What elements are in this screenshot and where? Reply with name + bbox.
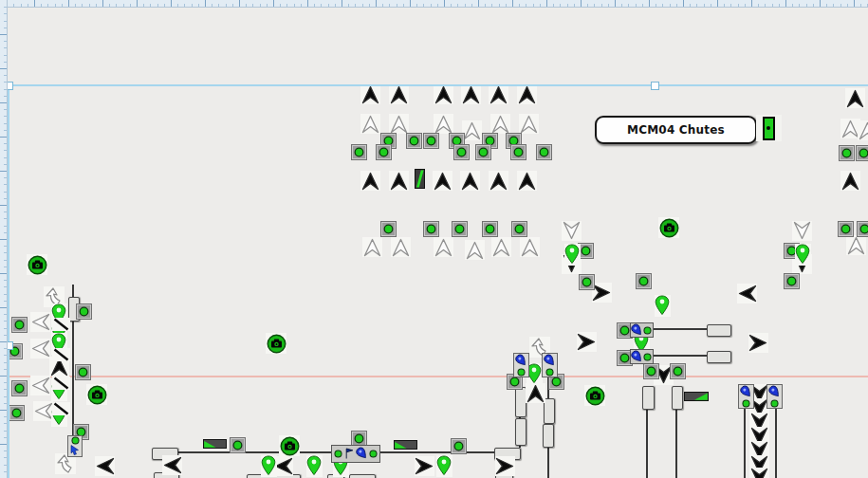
selection-handle[interactable] (651, 82, 659, 90)
chevron-up-white-icon[interactable] (519, 114, 539, 134)
conveyor-segment[interactable] (707, 351, 731, 363)
chevron-up-white-icon[interactable] (391, 237, 411, 257)
conveyor-segment[interactable] (544, 398, 555, 424)
conveyor-segment[interactable] (642, 386, 655, 410)
conveyor-segment[interactable] (707, 324, 731, 337)
chevron-right-black-icon[interactable] (415, 456, 434, 476)
chevron-up-white-icon[interactable] (434, 237, 453, 257)
chevron-right-black-icon[interactable] (748, 333, 768, 353)
pin-panel-v-icon[interactable] (738, 384, 754, 409)
door-indicator[interactable] (756, 115, 782, 141)
conveyor-segment[interactable] (543, 424, 554, 448)
conveyor-segment[interactable] (349, 474, 376, 478)
green-indicator-icon[interactable] (9, 405, 25, 421)
selection-guide-horizontal[interactable] (9, 84, 868, 86)
chevron-up-white-icon[interactable] (362, 237, 382, 257)
chevron-up-white-icon[interactable] (846, 235, 866, 255)
editor-canvas[interactable]: MCM04 Chutes (0, 0, 868, 478)
chevron-left-white-icon[interactable] (30, 339, 50, 358)
chevron-up-black-icon[interactable] (489, 171, 508, 191)
chevron-left-white-icon[interactable] (33, 401, 53, 421)
green-indicator-icon[interactable] (453, 144, 470, 160)
chevron-down-white-icon[interactable] (562, 221, 582, 241)
slash-divert-icon[interactable] (52, 318, 70, 331)
pin-green-icon[interactable] (261, 455, 277, 477)
camera-indicator-icon[interactable] (86, 384, 107, 405)
gauge-left-icon[interactable] (203, 439, 227, 449)
green-indicator-icon[interactable] (579, 274, 595, 290)
chevron-up-white-icon[interactable] (462, 120, 482, 140)
green-indicator-icon[interactable] (11, 380, 28, 396)
green-indicator-icon[interactable] (423, 133, 439, 149)
chevron-left-black-icon[interactable] (737, 284, 757, 303)
conveyor-segment[interactable] (515, 418, 526, 446)
gauge-right-icon[interactable] (684, 392, 709, 401)
diverter-panel-icon[interactable] (67, 435, 83, 457)
chevron-left-white-icon[interactable] (30, 312, 50, 332)
green-indicator-icon[interactable] (351, 144, 367, 160)
pin-panel-v-icon[interactable] (542, 353, 558, 377)
chevron-right-black-icon[interactable] (592, 283, 612, 303)
pin-panel-v-icon[interactable] (513, 353, 529, 377)
chevron-up-white-icon[interactable] (389, 114, 409, 134)
green-indicator-icon[interactable] (376, 144, 392, 160)
green-indicator-icon[interactable] (670, 363, 686, 379)
chevron-up-white-icon[interactable] (360, 114, 380, 134)
chevron-right-black-icon[interactable] (495, 456, 515, 476)
chevron-up-black-icon[interactable] (517, 171, 537, 191)
pin-green-icon[interactable] (306, 455, 323, 477)
camera-indicator-icon[interactable] (658, 217, 679, 238)
chute-label[interactable]: MCM04 Chutes (595, 116, 757, 144)
green-indicator-icon[interactable] (643, 363, 659, 379)
green-indicator-icon[interactable] (482, 221, 498, 237)
chevron-up-black-icon[interactable] (360, 171, 380, 191)
green-indicator-icon[interactable] (380, 221, 397, 237)
chevron-up-black-icon[interactable] (389, 84, 409, 104)
selection-guide-vertical[interactable] (8, 84, 9, 478)
green-indicator-icon[interactable] (423, 221, 439, 237)
green-indicator-icon[interactable] (784, 273, 800, 289)
chevron-up-black-icon[interactable] (840, 171, 860, 191)
v-slider-icon[interactable] (415, 169, 425, 189)
slash-divert-icon[interactable] (52, 348, 70, 361)
chevron-up-black-icon[interactable] (489, 84, 508, 104)
chevron-up-black-icon[interactable] (845, 88, 865, 108)
chevron-up-white-icon[interactable] (465, 240, 485, 260)
pin-panel-v-icon[interactable] (766, 384, 783, 409)
camera-indicator-icon[interactable] (27, 254, 47, 275)
chevron-up-black-icon[interactable] (460, 171, 480, 191)
chevron-up-white-icon[interactable] (520, 237, 540, 257)
slash-divert-icon[interactable] (52, 402, 70, 415)
chevron-up-black-icon[interactable] (434, 84, 453, 104)
chevron-left-black-icon[interactable] (162, 455, 182, 475)
green-indicator-icon[interactable] (510, 144, 526, 160)
camera-indicator-icon[interactable] (584, 385, 605, 406)
green-indicator-icon[interactable] (857, 221, 868, 237)
chevron-left-black-icon[interactable] (95, 456, 115, 476)
green-indicator-icon[interactable] (452, 221, 468, 237)
chevron-up-black-icon[interactable] (526, 383, 545, 403)
chevron-right-black-icon[interactable] (577, 332, 597, 352)
chevron-down-black-icon[interactable] (749, 468, 769, 478)
green-indicator-icon[interactable] (230, 437, 246, 453)
green-indicator-icon[interactable] (475, 144, 491, 160)
chevron-up-white-icon[interactable] (491, 237, 511, 257)
pin-green-icon[interactable] (564, 244, 581, 266)
conveyor-segment[interactable] (672, 386, 683, 410)
pin-panel-h-icon[interactable] (630, 349, 654, 364)
green-indicator-icon[interactable] (856, 145, 868, 161)
chevron-up-black-icon[interactable] (433, 171, 452, 191)
chevron-up-white-icon[interactable] (434, 114, 453, 134)
chevron-up-white-icon[interactable] (858, 120, 868, 140)
pin-green-icon[interactable] (436, 455, 452, 477)
chevron-left-white-icon[interactable] (30, 376, 50, 395)
gauge-left-icon[interactable] (394, 440, 417, 450)
green-indicator-icon[interactable] (511, 221, 527, 237)
camera-indicator-icon[interactable] (266, 333, 286, 354)
control-panel-icon[interactable] (331, 445, 380, 463)
green-indicator-icon[interactable] (76, 303, 92, 320)
chevron-up-black-icon[interactable] (517, 84, 537, 104)
green-indicator-icon[interactable] (838, 221, 854, 237)
slash-divert-icon[interactable] (52, 377, 70, 390)
green-indicator-icon[interactable] (406, 133, 422, 149)
